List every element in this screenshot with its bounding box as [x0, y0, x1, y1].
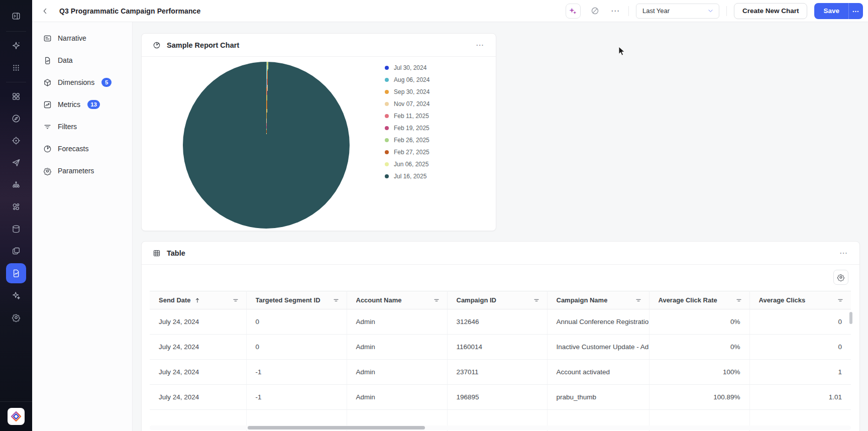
horizontal-scrollbar-thumb[interactable]: [248, 426, 425, 429]
column-header-campaign-id[interactable]: Campaign ID: [447, 291, 547, 309]
legend-item[interactable]: Jun 06, 2025: [385, 158, 429, 170]
rail-item-ai-assistant[interactable]: [6, 36, 26, 56]
column-header-account-name[interactable]: Account Name: [347, 291, 447, 309]
paper-plane-icon: [12, 158, 21, 167]
filter-icon[interactable]: [433, 297, 440, 304]
filter-icon[interactable]: [533, 297, 540, 304]
table-cell: 196895: [447, 385, 547, 410]
column-label: Campaign ID: [457, 296, 496, 304]
table-cell: 0%: [649, 335, 749, 360]
rail-divider: [6, 82, 26, 82]
table-row[interactable]: July 24, 20240Admin312646Annual Conferen…: [150, 309, 851, 335]
table-cell: 312646: [447, 309, 547, 335]
rail-item-reports[interactable]: [6, 263, 26, 283]
horizontal-scrollbar-track[interactable]: [150, 425, 851, 430]
table-cell: Annual Conference Registratio: [547, 309, 649, 335]
legend-label: Jul 16, 2025: [394, 173, 426, 180]
sidebar-item-label: Metrics: [58, 100, 80, 109]
rail-item-hierarchy[interactable]: [6, 175, 26, 195]
legend-swatch: [385, 150, 389, 154]
rail-item-data-sources[interactable]: [6, 219, 26, 239]
back-button[interactable]: [38, 4, 52, 18]
rail-item-segments[interactable]: [6, 197, 26, 217]
ai-sparkle-button[interactable]: [566, 4, 581, 19]
icon-rail: [0, 0, 32, 431]
rail-item-collections[interactable]: [6, 241, 26, 261]
sidebar-item-metrics[interactable]: Metrics13: [37, 94, 127, 115]
forecasts-icon: [43, 145, 52, 153]
sidebar-item-narrative[interactable]: Narrative: [37, 28, 127, 48]
column-header-average-clicks[interactable]: Average Clicks: [749, 291, 851, 309]
table-row[interactable]: July 24, 20240Admin1160014Inactive Custo…: [150, 335, 851, 360]
table-cell: 0: [749, 309, 851, 335]
column-label: Campaign Name: [557, 296, 608, 304]
column-header-campaign-name[interactable]: Campaign Name: [547, 291, 649, 309]
legend-item[interactable]: Jul 16, 2025: [385, 170, 429, 182]
bubbles-icon: [12, 202, 21, 211]
legend-item[interactable]: Feb 26, 2025: [385, 134, 429, 146]
sample-report-chart-card: Sample Report Chart ⋯ Jul 30, 2024 Aug 0…: [141, 33, 496, 231]
table-header-row: Send Date Targeted Segment ID Account Na…: [150, 291, 851, 309]
chart-card-menu-button[interactable]: ⋯: [476, 41, 485, 49]
sparkle-icon: [12, 41, 21, 50]
explore-button[interactable]: [588, 4, 603, 19]
sidebar-item-data[interactable]: Data: [37, 50, 127, 70]
table-cell: 100%: [649, 360, 749, 385]
rail-item-apps-grid[interactable]: [6, 58, 26, 78]
rail-bottom: [0, 401, 32, 425]
legend-item[interactable]: Jul 30, 2024: [385, 62, 429, 74]
sidebar-item-parameters[interactable]: Parameters: [37, 161, 127, 181]
page-title: Q3 Programmatic Campaign Performance: [59, 7, 200, 15]
filter-icon[interactable]: [232, 297, 239, 304]
rail-item-settings[interactable]: [6, 307, 26, 328]
rail-item-ai-insights[interactable]: [6, 285, 26, 305]
sidebar-item-label: Filters: [58, 123, 77, 131]
rail-item-goals[interactable]: [6, 131, 26, 151]
compass-slash-icon: [591, 7, 599, 15]
legend-item[interactable]: Feb 27, 2025: [385, 146, 429, 158]
column-header-send-date[interactable]: Send Date: [150, 291, 246, 309]
topbar-more-button[interactable]: ⋯: [610, 7, 621, 15]
column-header-targeted-segment-id[interactable]: Targeted Segment ID: [246, 291, 347, 309]
legend-item[interactable]: Nov 07, 2024: [385, 98, 429, 110]
pie-chart[interactable]: [183, 62, 350, 229]
hierarchy-icon: [12, 180, 21, 189]
rail-item-send[interactable]: [6, 153, 26, 173]
table-settings-button[interactable]: [833, 270, 848, 285]
legend-item[interactable]: Feb 19, 2025: [385, 122, 429, 134]
chevron-left-icon: [41, 7, 49, 15]
filter-icon[interactable]: [837, 297, 844, 304]
table-cell: -1: [246, 360, 347, 385]
legend-label: Jun 06, 2025: [394, 161, 428, 168]
save-more-button[interactable]: ⋯: [849, 3, 863, 19]
legend-item[interactable]: Sep 30, 2024: [385, 86, 429, 98]
sidebar-item-dimensions[interactable]: Dimensions5: [37, 72, 127, 92]
save-button[interactable]: Save: [814, 3, 848, 19]
app-logo[interactable]: [8, 408, 25, 425]
period-select[interactable]: Last Year: [636, 4, 719, 19]
filter-icon[interactable]: [333, 297, 340, 304]
rail-item-dashboards[interactable]: [6, 86, 26, 106]
legend-item[interactable]: Feb 11, 2025: [385, 110, 429, 122]
rail-item-sidebar-toggle[interactable]: [6, 6, 26, 26]
filter-icon[interactable]: [635, 297, 642, 304]
divider: [628, 6, 629, 16]
sidebar-item-filters[interactable]: Filters: [37, 117, 127, 137]
table-card-menu-button[interactable]: ⋯: [839, 249, 848, 257]
metrics-icon: [43, 100, 52, 109]
save-split-button: Save ⋯: [814, 3, 863, 19]
sidebar-item-forecasts[interactable]: Forecasts: [37, 139, 127, 159]
table-cell: Admin: [347, 360, 447, 385]
legend-swatch: [385, 162, 389, 166]
table-row[interactable]: July 24, 2024-1Admin237011Account activa…: [150, 360, 851, 385]
filter-icon[interactable]: [735, 297, 742, 304]
table-row[interactable]: July 24, 2024-1Admin196895prabu_thumb100…: [150, 385, 851, 410]
sidebar-item-label: Narrative: [58, 34, 86, 42]
rail-item-explore[interactable]: [6, 109, 26, 129]
create-new-chart-button[interactable]: Create New Chart: [734, 3, 808, 19]
legend-item[interactable]: Aug 06, 2024: [385, 74, 429, 86]
layers-icon: [12, 247, 21, 256]
column-header-average-click-rate[interactable]: Average Click Rate: [649, 291, 749, 309]
vertical-scrollbar-thumb[interactable]: [849, 312, 852, 324]
ai-sparkle-icon: [569, 7, 577, 15]
